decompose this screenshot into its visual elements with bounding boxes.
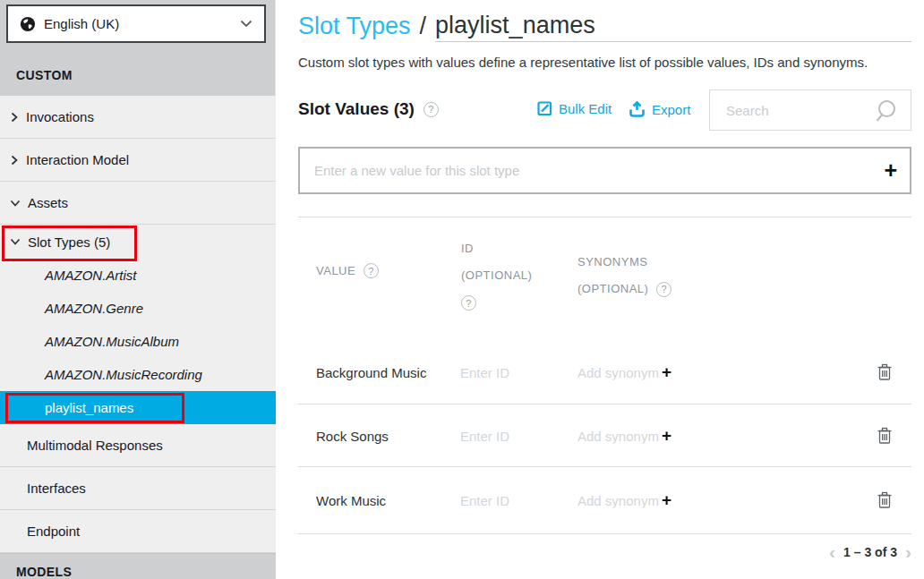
slot-values-table-header: VALUE ? ID (OPTIONAL) ? SYNONYMS (OPTION… xyxy=(298,217,911,340)
pagination-range: 1 – 3 of 3 xyxy=(843,545,897,559)
slot-value-text[interactable]: Rock Songs xyxy=(316,428,389,443)
slot-values-heading: Slot Values (3) xyxy=(298,99,415,119)
sidebar-item-interaction-model[interactable]: Interaction Model xyxy=(0,139,276,182)
synonym-input[interactable] xyxy=(578,364,660,379)
table-row: Rock Songs + xyxy=(298,404,911,467)
globe-icon xyxy=(20,16,36,32)
search-icon[interactable] xyxy=(875,98,900,123)
models-section-label: MODELS xyxy=(16,565,276,579)
chevron-down-icon xyxy=(240,20,252,28)
chevron-right-icon xyxy=(10,155,19,166)
pagination: ‹ 1 – 3 of 3 › xyxy=(298,542,911,561)
page-title: playlist_names xyxy=(435,12,595,38)
sidebar-item-assets[interactable]: Assets xyxy=(0,182,276,225)
id-input[interactable] xyxy=(460,493,563,508)
export-icon xyxy=(629,101,646,117)
sidebar-item-amazon-genre[interactable]: AMAZON.Genre xyxy=(0,292,276,325)
id-input[interactable] xyxy=(460,364,563,379)
breadcrumb-parent-link[interactable]: Slot Types xyxy=(298,12,411,42)
custom-section-label: CUSTOM xyxy=(16,68,73,82)
language-selector[interactable]: English (UK) xyxy=(6,4,266,43)
sidebar-item-multimodal-responses[interactable]: Multimodal Responses xyxy=(0,424,276,467)
sidebar-item-amazon-artist[interactable]: AMAZON.Artist xyxy=(0,259,276,292)
pagination-prev[interactable]: ‹ xyxy=(829,542,835,561)
app-window: English (UK) CUSTOM Invocations Interact… xyxy=(0,0,924,579)
new-value-input[interactable] xyxy=(300,149,855,192)
add-synonym-button[interactable]: + xyxy=(662,426,672,446)
sidebar-item-amazon-musicalbum[interactable]: AMAZON.MusicAlbum xyxy=(0,325,276,358)
value-column-header: VALUE ? xyxy=(316,263,379,278)
search-box xyxy=(709,89,911,131)
synonym-input[interactable] xyxy=(578,428,660,443)
help-icon[interactable]: ? xyxy=(424,102,439,117)
add-synonym-button[interactable]: + xyxy=(662,362,672,382)
help-icon[interactable]: ? xyxy=(656,282,672,297)
sidebar-item-endpoint[interactable]: Endpoint xyxy=(0,510,276,553)
sidebar-item-amazon-musicrecording[interactable]: AMAZON.MusicRecording xyxy=(0,358,276,391)
language-label: English (UK) xyxy=(44,16,240,31)
search-input[interactable] xyxy=(710,90,871,130)
chevron-right-icon xyxy=(10,112,19,123)
sidebar: English (UK) CUSTOM Invocations Interact… xyxy=(0,0,276,579)
slot-values-heading-row: Slot Values (3) ? xyxy=(298,99,439,119)
sidebar-item-invocations[interactable]: Invocations xyxy=(0,96,276,139)
trash-icon[interactable] xyxy=(877,491,892,509)
annotation-box-slot-types xyxy=(2,226,137,261)
id-column-header: ID (OPTIONAL) ? xyxy=(461,235,532,311)
table-row: Work Music + xyxy=(298,467,911,534)
breadcrumb-separator: / xyxy=(420,12,427,42)
slot-values-table-body: Background Music + Rock Songs + xyxy=(298,340,911,534)
bulk-edit-button[interactable]: Bulk Edit xyxy=(537,101,612,116)
id-input[interactable] xyxy=(460,428,563,443)
synonym-input[interactable] xyxy=(578,493,660,508)
pagination-next[interactable]: › xyxy=(905,542,911,561)
bulk-edit-icon xyxy=(537,101,552,116)
export-button[interactable]: Export xyxy=(629,101,690,117)
page-description: Custom slot types with values define a r… xyxy=(298,55,911,70)
slot-value-text[interactable]: Work Music xyxy=(316,493,386,508)
sidebar-item-interfaces[interactable]: Interfaces xyxy=(0,467,276,510)
add-synonym-button[interactable]: + xyxy=(662,490,672,510)
chevron-down-icon xyxy=(10,199,21,208)
help-icon[interactable]: ? xyxy=(461,295,476,311)
breadcrumb: Slot Types / playlist_names xyxy=(298,11,911,42)
page-title-field: playlist_names xyxy=(435,11,911,42)
annotation-box-playlist-names xyxy=(5,393,184,423)
new-value-box: + xyxy=(298,147,911,194)
help-icon[interactable]: ? xyxy=(364,263,379,278)
slot-value-text[interactable]: Background Music xyxy=(316,364,426,379)
trash-icon[interactable] xyxy=(877,363,892,381)
synonyms-column-header: SYNONYMS (OPTIONAL) ? xyxy=(578,249,672,302)
trash-icon[interactable] xyxy=(877,427,892,445)
models-section: MODELS xyxy=(0,553,276,579)
table-row: Background Music + xyxy=(298,340,911,404)
add-value-button[interactable]: + xyxy=(884,157,897,183)
